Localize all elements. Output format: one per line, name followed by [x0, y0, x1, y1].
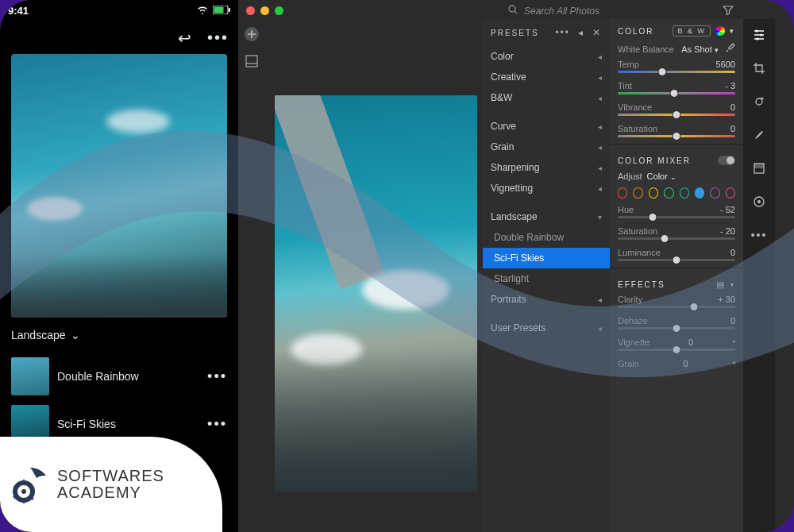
swatch-red[interactable] [618, 187, 627, 199]
svg-point-3 [509, 6, 515, 12]
svg-point-9 [755, 29, 757, 32]
filter-icon[interactable] [723, 5, 734, 18]
mixer-toggle[interactable] [718, 156, 735, 165]
preset-item[interactable]: Starlight [483, 268, 610, 289]
mixer-saturation-slider[interactable]: Saturation- 20 [610, 225, 743, 240]
chevron-left-icon: ◂ [598, 295, 602, 304]
swatch-blue-selected[interactable] [695, 187, 704, 199]
presets-more-icon[interactable]: ••• [555, 27, 570, 38]
minimize-icon[interactable] [260, 6, 269, 15]
luminance-slider[interactable]: Luminance0 [610, 246, 743, 261]
swatch-purple[interactable] [710, 187, 719, 199]
color-wheel-icon[interactable] [715, 26, 725, 36]
more-tools-icon[interactable]: ••• [750, 226, 769, 245]
brush-icon[interactable] [750, 125, 769, 145]
tint-slider[interactable]: Tint- 3 [610, 79, 743, 94]
grid-view-icon[interactable] [243, 52, 260, 70]
mobile-preset-item[interactable]: Double Rainbow ••• [11, 353, 227, 400]
preset-more-icon[interactable]: ••• [207, 416, 227, 433]
chevron-left-icon: ◂ [598, 122, 602, 131]
eyedropper-icon[interactable] [726, 43, 735, 55]
swatch-yellow[interactable] [649, 187, 658, 199]
add-photo-icon[interactable] [243, 25, 260, 43]
effects-mode-icon[interactable]: ▤ [716, 279, 726, 290]
saturation-slider[interactable]: Saturation0 [610, 122, 743, 137]
mixer-adjust-dropdown[interactable]: Color ⌄ [647, 172, 676, 181]
dehaze-slider[interactable]: Dehaze0 [610, 314, 743, 330]
presets-close-icon[interactable]: ✕ [592, 27, 602, 38]
close-icon[interactable] [246, 6, 255, 15]
undo-icon[interactable]: ↩︎ [178, 29, 193, 48]
preset-item[interactable]: Double Rainbow [483, 227, 610, 248]
edit-sliders-icon[interactable] [750, 25, 769, 44]
preset-group[interactable]: Sharpening◂ [483, 157, 610, 178]
preset-group[interactable]: Creative◂ [483, 67, 610, 87]
vibrance-slider[interactable]: Vibrance0 [610, 101, 743, 116]
chevron-down-icon: ⌄ [670, 173, 676, 181]
chevron-left-icon: ◂ [598, 94, 602, 102]
chevron-down-icon: ▾ [715, 46, 719, 54]
preset-more-icon[interactable]: ••• [207, 368, 227, 385]
chevron-left-icon: ◂ [598, 143, 602, 152]
chevron-icon[interactable]: ◂ [732, 337, 735, 347]
svg-point-10 [760, 33, 762, 36]
presets-panel: PRESETS ••• ◂ ✕ Color◂ Creative◂ B&W◂ Cu… [483, 19, 610, 532]
crop-icon[interactable] [750, 59, 769, 78]
preset-group[interactable]: Grain◂ [483, 137, 610, 157]
radial-gradient-icon[interactable] [750, 192, 769, 211]
temp-slider[interactable]: Temp5600 [610, 58, 743, 73]
mixer-adjust-label: Adjust [618, 172, 642, 181]
hue-slider[interactable]: Hue- 52 [610, 203, 743, 218]
preset-label: Double Rainbow [57, 370, 199, 383]
linear-gradient-icon[interactable] [750, 159, 769, 178]
svg-point-13 [761, 98, 764, 100]
grain-slider[interactable]: Grain0 ◂ [610, 357, 743, 368]
preset-label: Sci-Fi Skies [57, 418, 199, 430]
preset-group[interactable]: Color◂ [483, 46, 610, 67]
swatch-orange[interactable] [633, 187, 642, 199]
swatch-magenta[interactable] [726, 187, 735, 199]
preset-group[interactable]: User Presets◂ [483, 318, 610, 338]
preset-group[interactable]: Portraits◂ [483, 289, 610, 310]
mobile-preset-dropdown[interactable]: Landscape ⌄ [11, 329, 80, 341]
chevron-left-icon: ◂ [598, 324, 602, 333]
window-controls[interactable] [246, 6, 283, 15]
presets-collapse-icon[interactable]: ◂ [578, 27, 584, 38]
edit-panel: COLOR B & W ▾ White Balance As Shot ▾ Te… [610, 19, 743, 532]
svg-point-17 [757, 200, 761, 203]
svg-rect-6 [246, 56, 257, 67]
maximize-icon[interactable] [275, 6, 283, 15]
vignette-slider[interactable]: Vignette0 ◂ [610, 336, 743, 351]
preset-group[interactable]: Vignetting◂ [483, 178, 610, 199]
search-input[interactable]: Search All Photos [508, 5, 599, 17]
wb-label: White Balance [618, 44, 674, 54]
watermark: SOFTWARES ACADEMY [0, 437, 222, 532]
bw-toggle[interactable]: B & W [673, 25, 711, 37]
preset-item-selected[interactable]: Sci-Fi Skies [483, 248, 610, 268]
section-chevron-icon[interactable]: ▾ [730, 27, 735, 35]
swatch-green[interactable] [664, 187, 673, 199]
svg-point-8 [727, 50, 728, 52]
chevron-down-icon: ▾ [598, 213, 602, 222]
section-chevron-icon[interactable]: ▾ [730, 281, 735, 288]
more-icon[interactable]: ••• [207, 29, 229, 48]
svg-rect-1 [214, 6, 224, 13]
swatch-aqua[interactable] [680, 187, 689, 199]
chevron-left-icon: ◂ [598, 164, 602, 172]
preset-group[interactable]: Curve◂ [483, 116, 610, 137]
svg-rect-15 [754, 164, 764, 168]
healing-brush-icon[interactable] [750, 92, 769, 111]
chevron-down-icon: ⌄ [71, 329, 80, 341]
preset-group-landscape[interactable]: Landscape▾ [483, 206, 610, 227]
preset-group[interactable]: B&W◂ [483, 87, 610, 108]
clarity-slider[interactable]: Clarity+ 30 [610, 293, 743, 308]
search-placeholder: Search All Photos [524, 6, 599, 17]
chevron-left-icon: ◂ [598, 52, 602, 61]
mixer-title: COLOR MIXER [618, 156, 691, 165]
main-image-canvas[interactable] [275, 95, 477, 492]
mobile-preview-image[interactable] [11, 54, 227, 318]
preset-thumb [11, 357, 49, 395]
svg-point-11 [756, 37, 758, 40]
wb-dropdown[interactable]: As Shot ▾ [681, 44, 719, 54]
chevron-icon[interactable]: ◂ [732, 359, 735, 368]
